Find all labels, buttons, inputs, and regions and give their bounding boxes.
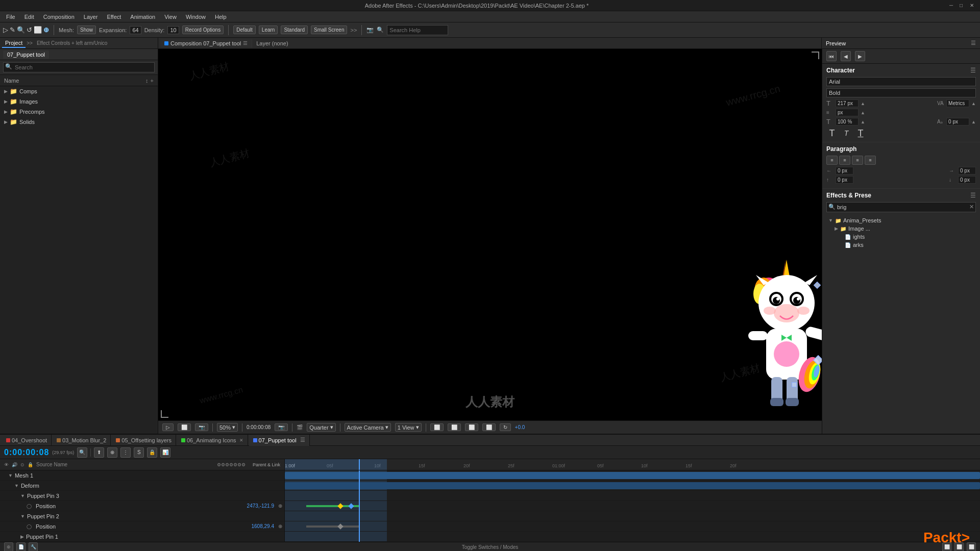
tab-expand[interactable]: >>: [26, 39, 34, 47]
menu-layer[interactable]: Layer: [80, 13, 102, 21]
keyframe-1b[interactable]: [348, 503, 354, 509]
project-search-input[interactable]: [3, 62, 155, 72]
camera-dropdown[interactable]: Active Camera ▾: [345, 423, 391, 432]
playback-controls[interactable]: ▷: [162, 423, 174, 431]
align-justify-btn[interactable]: ≡: [865, 156, 876, 165]
show-button[interactable]: Show: [77, 26, 96, 34]
folder-solids[interactable]: ▶ 📁 Solids: [0, 117, 158, 127]
kerning-input[interactable]: [946, 99, 969, 107]
space-after-input[interactable]: [958, 176, 976, 184]
tl-stamp-btn[interactable]: ⊕: [107, 447, 117, 458]
toggle-switches-label[interactable]: Toggle Switches / Modes: [462, 544, 519, 550]
prev-first-btn[interactable]: ⏮: [826, 51, 837, 61]
menu-composition[interactable]: Composition: [39, 13, 79, 21]
tl-snap-btn[interactable]: ⋮: [120, 447, 131, 458]
font-size-input[interactable]: [836, 99, 859, 107]
expand-pin1[interactable]: ▶: [20, 534, 24, 539]
overlay-btn-1[interactable]: ⬜: [430, 423, 444, 431]
tl-layer-pin1[interactable]: ▶ Puppet Pin 1: [0, 532, 284, 542]
tl-graph-btn[interactable]: 📊: [160, 447, 170, 458]
folder-comps[interactable]: ▶ 📁 Comps: [0, 86, 158, 96]
search-help-input[interactable]: [387, 25, 448, 35]
minimize-button[interactable]: ─: [949, 3, 955, 9]
menu-effect[interactable]: Effect: [103, 13, 125, 21]
expand-pin3[interactable]: ▼: [20, 493, 25, 498]
baseline-up-arrow[interactable]: ▲: [971, 119, 976, 124]
tool-select[interactable]: ▷: [3, 26, 8, 34]
tl-layer-pin3[interactable]: ▼ Puppet Pin 3: [0, 491, 284, 501]
format-t-regular[interactable]: T: [826, 128, 838, 139]
track-pos3[interactable]: [285, 501, 980, 511]
format-t-italic[interactable]: T: [841, 128, 852, 139]
align-left-btn[interactable]: ≡: [826, 156, 838, 165]
track-pin2[interactable]: [285, 511, 980, 521]
tl-bottom-btn-2[interactable]: 📄: [16, 542, 26, 551]
effects-tree-anima-presets[interactable]: ▼ 📁 Anima_Presets: [826, 216, 976, 224]
tl-layer-pos2[interactable]: ◯ Position 1608,29.4 ⊕: [0, 521, 284, 532]
leading-up-arrow[interactable]: ▲: [861, 119, 865, 124]
track-pos2[interactable]: [285, 521, 980, 532]
puppet-pin-sq-5[interactable]: [792, 382, 797, 387]
close-button[interactable]: ✕: [970, 3, 976, 9]
preview-tab-label[interactable]: Preview: [826, 40, 846, 46]
effects-clear-button[interactable]: ✕: [969, 204, 974, 210]
kerning-up-arrow[interactable]: ▲: [971, 101, 976, 106]
leading-input[interactable]: [836, 118, 859, 126]
tl-lock-btn[interactable]: 🔒: [147, 447, 157, 458]
effects-tree-image[interactable]: ▶ 📁 Image ...: [826, 224, 976, 233]
font-family-input[interactable]: [826, 77, 976, 86]
puppet-tab-label[interactable]: 07_Puppet tool: [3, 51, 49, 59]
tab-06-icons[interactable]: 06_Animating Icons ✕: [177, 435, 248, 446]
tl-layer-pos3[interactable]: ◯ Position 2473,-121.9 ⊕: [0, 501, 284, 511]
tl-lift-btn[interactable]: ⬆: [94, 447, 104, 458]
snapshot-btn[interactable]: 📷: [195, 423, 208, 431]
density-value[interactable]: 10: [167, 26, 179, 34]
overlay-btn-2[interactable]: ⬜: [448, 423, 461, 431]
menu-edit[interactable]: Edit: [20, 13, 38, 21]
character-menu-icon[interactable]: ☰: [970, 67, 976, 74]
tab-settings-07[interactable]: ☰: [300, 437, 305, 443]
keyframe-1a[interactable]: [337, 503, 343, 509]
indent-left-input[interactable]: [836, 167, 853, 174]
expand-deform[interactable]: ▼: [14, 483, 19, 488]
tl-tracks[interactable]: [285, 470, 980, 542]
tab-project[interactable]: Project: [2, 39, 26, 48]
space-before-input[interactable]: [836, 176, 853, 184]
toolbar-expand[interactable]: >>: [350, 27, 357, 33]
comp-tab-settings-icon[interactable]: ☰: [243, 40, 248, 46]
tracking-input[interactable]: [836, 109, 859, 116]
track-mesh1[interactable]: [285, 470, 980, 481]
font-size-up-arrow[interactable]: ▲: [861, 101, 865, 106]
viewport[interactable]: 人人素材 www.rrcg.cn 人人素材 人人素材 www.rrcg.cn: [158, 49, 822, 420]
ram-preview-btn[interactable]: ⬜: [178, 423, 191, 431]
layer-tab-header[interactable]: Layer (none): [252, 39, 292, 47]
comp-header-tab[interactable]: Composition 07_Puppet tool ☰: [160, 39, 252, 47]
expand-mesh1[interactable]: ▼: [8, 473, 13, 478]
format-t-underline[interactable]: T: [855, 128, 866, 139]
maximize-button[interactable]: □: [960, 3, 966, 9]
track-pin1[interactable]: [285, 532, 980, 542]
tl-bottom-btn-1[interactable]: ⊕: [4, 542, 13, 551]
zoom-dropdown[interactable]: 50% ▾: [217, 423, 238, 432]
tl-search-btn[interactable]: 🔍: [77, 447, 87, 458]
menu-help[interactable]: Help: [211, 13, 231, 21]
record-options-button[interactable]: Record Options: [182, 26, 224, 34]
overlay-btn-4[interactable]: ⬜: [482, 423, 496, 431]
tl-solo-btn[interactable]: S: [134, 447, 144, 458]
tool-rotate[interactable]: ↺: [27, 26, 32, 34]
font-style-input[interactable]: [826, 88, 976, 97]
tool-zoom[interactable]: 🔍: [17, 26, 25, 34]
tl-bottom-btn-3[interactable]: 🔧: [29, 542, 38, 551]
tab-03-motion[interactable]: 03_Motion Blur_2: [53, 435, 111, 446]
effects-tree-lights[interactable]: 📄 ights: [826, 233, 976, 241]
overlay-btn-5[interactable]: ↻: [500, 423, 511, 431]
standard-button[interactable]: Standard: [281, 26, 308, 34]
quality-dropdown[interactable]: Quarter ▾: [307, 423, 335, 432]
view-count-dropdown[interactable]: 1 View ▾: [395, 423, 422, 432]
snapshot-camera-btn[interactable]: 📷: [275, 423, 288, 431]
project-sort-icon[interactable]: ↕: [145, 78, 149, 84]
tool-puppet[interactable]: ⊕: [43, 26, 49, 34]
learn-button[interactable]: Learn: [259, 26, 278, 34]
small-screen-button[interactable]: Small Screen: [311, 26, 347, 34]
effects-search-input[interactable]: [826, 202, 976, 212]
